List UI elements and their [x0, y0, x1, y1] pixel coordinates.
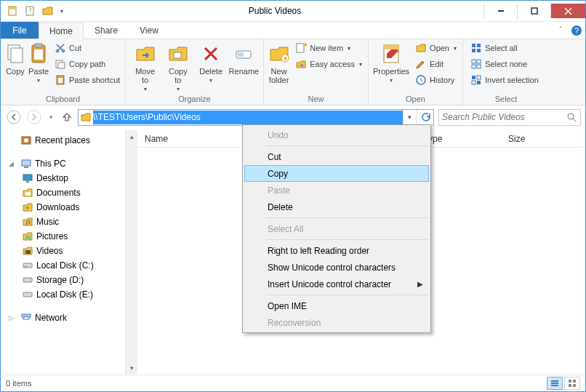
tree-scrollbar[interactable]: ▴▾	[125, 130, 137, 374]
svg-rect-19	[58, 78, 63, 83]
svg-rect-34	[472, 60, 475, 63]
svg-rect-57	[25, 250, 26, 254]
view-large-icons-button[interactable]	[564, 377, 580, 390]
ribbon-collapse-caret[interactable]: ˆ	[553, 22, 568, 39]
delete-button[interactable]: Delete▾	[195, 41, 228, 84]
svg-rect-33	[477, 49, 481, 52]
history-button[interactable]: History	[412, 73, 459, 87]
svg-rect-39	[477, 76, 481, 79]
svg-rect-62	[22, 314, 25, 317]
copy-button[interactable]: Copy	[4, 41, 27, 76]
copy-icon	[4, 42, 27, 65]
svg-rect-12	[35, 44, 42, 47]
select-all-button[interactable]: Select all	[467, 41, 542, 55]
address-input[interactable]	[93, 111, 403, 124]
scissors-icon	[55, 42, 66, 54]
group-organize: Move to▾ Copy to▾ Delete▾ Rename Organiz…	[126, 39, 264, 105]
maximize-button[interactable]	[517, 4, 550, 18]
tree-local-disk-e[interactable]: Local Disk (E:)	[1, 287, 125, 302]
ctx-show-unicode[interactable]: Show Unicode control characters	[244, 259, 429, 276]
svg-rect-70	[573, 384, 576, 387]
tree-desktop[interactable]: Desktop	[1, 171, 125, 185]
titlebar: ▾ Public Videos	[1, 1, 585, 22]
new-folder-button[interactable]: ★New folder	[267, 41, 291, 84]
ctx-rtl[interactable]: Right to left Reading order	[244, 242, 429, 259]
tree-downloads[interactable]: Downloads	[1, 200, 125, 215]
refresh-button[interactable]	[416, 110, 433, 125]
move-to-icon	[134, 42, 157, 65]
music-icon	[22, 216, 33, 228]
qat-dropdown[interactable]: ▾	[57, 3, 66, 19]
tab-share[interactable]: Share	[84, 22, 129, 39]
copy-to-button[interactable]: Copy to▾	[161, 41, 194, 92]
select-all-icon	[470, 42, 482, 54]
cut-button[interactable]: Cut	[52, 41, 123, 55]
svg-rect-52	[25, 192, 31, 196]
open-button[interactable]: Open▾	[412, 41, 459, 55]
paste-button[interactable]: Paste ▾	[27, 41, 50, 84]
tree-pictures[interactable]: Pictures	[1, 229, 125, 244]
open-icon	[415, 42, 427, 54]
tree-videos[interactable]: Videos	[1, 244, 125, 258]
ctx-cut[interactable]: Cut	[244, 148, 429, 165]
column-size[interactable]: Size	[501, 134, 559, 144]
tree-recent-places[interactable]: Recent places	[1, 133, 125, 148]
svg-rect-68	[573, 380, 576, 383]
up-button[interactable]	[59, 109, 75, 125]
tree-music[interactable]: Music	[1, 215, 125, 229]
new-item-button[interactable]: ★New item▾	[292, 41, 365, 55]
address-bar[interactable]: ▾	[78, 109, 434, 126]
column-type[interactable]: ype	[421, 134, 501, 144]
back-button[interactable]	[5, 108, 23, 126]
svg-rect-10	[11, 48, 23, 63]
qat-properties-icon[interactable]	[5, 3, 21, 19]
select-none-button[interactable]: Select none	[467, 57, 542, 71]
edit-icon	[415, 58, 427, 70]
forward-button[interactable]	[25, 108, 43, 126]
search-box[interactable]	[438, 109, 581, 126]
ctx-paste: Paste	[244, 182, 429, 199]
svg-rect-20	[174, 52, 181, 58]
file-tab[interactable]: File	[1, 22, 39, 39]
videos-icon	[22, 245, 33, 257]
documents-icon	[22, 187, 33, 199]
paste-shortcut-button[interactable]: Paste shortcut	[52, 73, 123, 87]
address-dropdown[interactable]: ▾	[403, 110, 416, 125]
view-details-button[interactable]	[547, 377, 563, 390]
properties-button[interactable]: Properties▾	[372, 41, 411, 84]
history-dropdown[interactable]: ▾	[46, 113, 56, 121]
move-to-button[interactable]: Move to▾	[129, 41, 161, 92]
close-button[interactable]	[550, 4, 585, 18]
tree-local-disk-c[interactable]: Local Disk (C:)	[1, 258, 125, 273]
qat-open-icon[interactable]	[40, 3, 56, 19]
qat-new-folder-icon[interactable]	[23, 3, 39, 19]
ctx-insert-unicode[interactable]: Insert Unicode control character▶	[244, 276, 429, 292]
ctx-delete[interactable]: Delete	[244, 199, 429, 215]
tree-documents[interactable]: Documents	[1, 185, 125, 200]
tree-storage-d[interactable]: Storage (D:)	[1, 273, 125, 287]
minimize-button[interactable]	[483, 4, 517, 18]
tab-home[interactable]: Home	[39, 23, 84, 39]
svg-rect-51	[26, 181, 29, 183]
ribbon-tabs: File Home Share View ˆ ?	[1, 22, 585, 39]
rename-button[interactable]: Rename	[228, 41, 260, 76]
ctx-open-ime[interactable]: Open IME	[244, 297, 429, 314]
ctx-select-all: Select All	[244, 220, 429, 237]
easy-access-button[interactable]: Easy access▾	[292, 57, 365, 71]
copy-path-button[interactable]: Copy path	[52, 57, 123, 71]
tab-view[interactable]: View	[129, 22, 169, 39]
this-pc-icon	[20, 158, 32, 169]
search-input[interactable]	[442, 112, 566, 122]
invert-selection-button[interactable]: Invert selection	[467, 73, 542, 87]
tree-this-pc[interactable]: ◢This PC	[1, 156, 125, 171]
tree-network[interactable]: ▷Network	[1, 311, 125, 325]
group-clipboard: Copy Paste ▾ Cut Copy path Paste shortcu…	[1, 39, 126, 105]
window-buttons	[483, 4, 585, 18]
edit-button[interactable]: Edit	[412, 57, 459, 71]
pictures-icon	[22, 231, 33, 242]
help-button[interactable]: ?	[568, 22, 585, 39]
search-icon[interactable]	[566, 112, 577, 122]
navigation-tree[interactable]: Recent places ◢This PC Desktop Documents…	[1, 130, 125, 374]
ctx-copy[interactable]: Copy	[244, 165, 429, 182]
quick-access-toolbar: ▾	[1, 3, 66, 19]
